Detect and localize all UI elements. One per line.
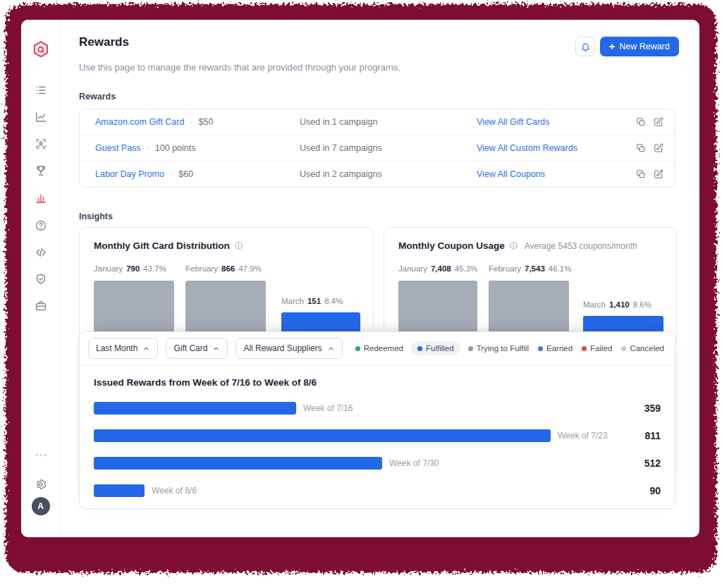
view-all-link[interactable]: View All Coupons	[477, 161, 545, 187]
sidebar-item-analytics[interactable]	[35, 111, 47, 123]
copy-icon[interactable]	[636, 169, 646, 179]
reward-name-link[interactable]: Amazon.com Gift Card	[95, 117, 184, 127]
gear-icon	[35, 478, 47, 491]
app-window: A Rewards Use this page to manage the re…	[21, 20, 699, 537]
info-icon[interactable]	[509, 241, 518, 250]
help-icon	[35, 219, 47, 232]
legend-dot	[582, 346, 587, 351]
bell-icon	[580, 42, 591, 52]
legend-label: Redeemed	[364, 344, 403, 353]
issued-bar	[94, 457, 382, 470]
settings-button[interactable]	[35, 478, 47, 491]
legend-dot	[538, 346, 543, 351]
reward-usage: Used in 7 campaigns	[300, 135, 382, 161]
bar-column-label: January7,40845.3%	[398, 264, 477, 273]
reward-row: Amazon.com Gift Card · $50 Used in 1 cam…	[80, 109, 675, 135]
issued-bar-row: Week of 7/30 512	[94, 457, 661, 470]
new-reward-label: New Reward	[619, 42, 670, 51]
sidebar-item-developer[interactable]	[35, 246, 47, 259]
legend-item-redeemed[interactable]: Redeemed	[354, 341, 405, 355]
trophy-icon	[35, 164, 47, 177]
edit-icon[interactable]	[654, 169, 663, 179]
brand-logo-icon	[32, 40, 50, 59]
edit-icon[interactable]	[654, 117, 663, 127]
separator-dot: ·	[170, 169, 173, 179]
issued-bar	[94, 402, 296, 415]
coupon-usage-card: Monthly Coupon Usage Average 5453 coupon…	[384, 227, 677, 347]
issued-bar	[94, 484, 145, 497]
rewards-section-label: Rewards	[79, 92, 116, 102]
reward-type-dropdown[interactable]: Gift Card	[166, 338, 228, 359]
legend-dot	[355, 346, 360, 351]
dropdown-label: Gift Card	[173, 343, 207, 353]
issued-bar	[94, 429, 551, 442]
dropdown-label: All Reward Suppliers	[243, 343, 322, 353]
reward-name-link[interactable]: Guest Pass	[95, 143, 141, 153]
page-subtitle: Use this page to manage the rewards that…	[79, 62, 400, 73]
view-all-link[interactable]: View All Gift Cards	[477, 109, 549, 135]
legend-label: Fulfilled	[426, 344, 454, 353]
issued-bar-value: 359	[644, 402, 661, 415]
dropdown-label: Last Month	[96, 343, 137, 353]
issued-rewards-panel: Last Month Gift Card All Reward Supplier…	[79, 331, 675, 509]
legend-item-canceled[interactable]: Canceled	[620, 341, 666, 355]
separator-dot: ·	[147, 143, 149, 153]
card-title: Monthly Gift Card Distribution	[94, 240, 230, 251]
card-title: Monthly Coupon Usage	[398, 240, 505, 251]
sidebar-item-help[interactable]	[35, 219, 47, 232]
legend-item-failed[interactable]: Failed	[580, 341, 613, 355]
legend-label: Trying to Fulfill	[477, 344, 529, 353]
reward-name-group: Amazon.com Gift Card · $50	[95, 109, 213, 135]
reward-detail: $60	[178, 169, 193, 179]
row-actions	[636, 109, 663, 135]
sidebar-item-security[interactable]	[35, 273, 47, 286]
code-icon	[35, 246, 47, 259]
filters-bar: Last Month Gift Card All Reward Supplier…	[80, 332, 675, 365]
issued-bar-chart: Week of 7/16 359 Week of 7/23 811 Week o…	[94, 402, 661, 497]
notifications-button[interactable]	[575, 37, 595, 56]
chevron-up-icon	[212, 345, 220, 353]
legend-item-fulfilled[interactable]: Fulfilled	[411, 341, 460, 355]
sidebar-item-reports[interactable]	[35, 192, 47, 204]
info-icon[interactable]	[234, 241, 243, 250]
reward-name-group: Guest Pass · 100 points	[95, 135, 195, 161]
sidebar-item-rewards[interactable]	[35, 164, 47, 177]
row-actions	[636, 161, 663, 187]
reward-row: Labor Day Promo · $60 Used in 2 campaign…	[80, 161, 675, 187]
bar-column-label: January79043.7%	[94, 264, 166, 273]
sidebar-item-lists[interactable]	[35, 84, 47, 97]
copy-icon[interactable]	[636, 117, 646, 127]
issued-bar-label: Week of 7/23	[558, 431, 608, 441]
time-range-dropdown[interactable]: Last Month	[88, 338, 158, 359]
bar-chart-icon	[35, 192, 47, 204]
sidebar: A	[21, 20, 61, 537]
legend-item-trying-to-fulfill[interactable]: Trying to Fulfill	[467, 341, 530, 355]
bar-column-label: February7,54346.1%	[489, 264, 571, 273]
row-actions	[636, 135, 663, 161]
reward-name-link[interactable]: Labor Day Promo	[95, 169, 164, 179]
card-subtitle: Average 5453 coupons/month	[525, 241, 637, 251]
sidebar-item-audience[interactable]	[35, 137, 47, 150]
issued-bar-value: 512	[644, 457, 661, 470]
insights-section-label: Insights	[79, 212, 113, 221]
plus-icon: +	[609, 42, 615, 51]
new-reward-button[interactable]: + New Reward	[600, 37, 679, 56]
legend-item-earned[interactable]: Earned	[537, 341, 574, 355]
reward-name-group: Labor Day Promo · $60	[95, 161, 193, 187]
app-logo[interactable]	[32, 40, 50, 59]
supplier-dropdown[interactable]: All Reward Suppliers	[235, 338, 342, 359]
briefcase-icon	[35, 300, 47, 312]
bar-column-label: February86647.9%	[185, 264, 262, 273]
copy-icon[interactable]	[636, 143, 646, 153]
legend-label: Earned	[546, 344, 573, 353]
page-title: Rewards	[79, 35, 129, 49]
issued-chart-title: Issued Rewards from Week of 7/16 to Week…	[94, 377, 317, 388]
more-icon[interactable]	[35, 454, 46, 456]
user-avatar[interactable]: A	[32, 497, 50, 515]
trend-chart-icon	[35, 111, 47, 123]
sidebar-item-organization[interactable]	[35, 300, 47, 312]
bar-column-label: March1518.4%	[281, 297, 343, 305]
view-all-link[interactable]: View All Custom Rewards	[477, 135, 577, 161]
issued-bar-row: Week of 7/23 811	[94, 429, 661, 442]
edit-icon[interactable]	[654, 143, 663, 153]
